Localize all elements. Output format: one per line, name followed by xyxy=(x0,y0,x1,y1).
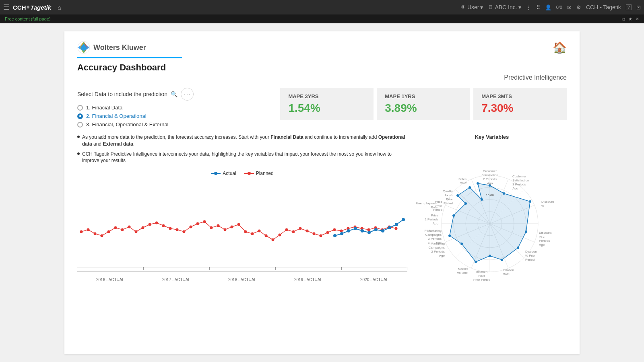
svg-text:Market: Market xyxy=(458,267,468,271)
mail-icon[interactable]: ✉ xyxy=(567,4,572,10)
svg-point-40 xyxy=(279,234,281,237)
logo-area: Wolters Kluwer Accuracy Dashboard xyxy=(77,41,182,73)
svg-point-61 xyxy=(354,227,357,230)
svg-point-32 xyxy=(224,228,227,231)
bullets-section: As you add more data to the prediction, … xyxy=(77,134,407,164)
svg-text:2 Periods: 2 Periods xyxy=(483,177,497,181)
chart-area: Actual Planned xyxy=(77,171,407,282)
mape-card-3mts: MAPE 3MTS 7.30% xyxy=(473,88,567,120)
mape-3mts-value: 7.30% xyxy=(481,102,559,115)
home-button[interactable]: 🏠 xyxy=(553,41,567,54)
key-variables-label: Key Variables xyxy=(415,134,568,140)
svg-point-13 xyxy=(94,232,97,235)
x-label-2016: 2016 - ACTUAL xyxy=(77,278,143,282)
more-options-button[interactable]: ··· xyxy=(181,88,194,101)
logo-top: Wolters Kluwer xyxy=(77,41,182,54)
logo-underline xyxy=(77,57,182,58)
three-dots-icon[interactable]: ⋮ xyxy=(526,4,531,10)
svg-text:Satisfaction: Satisfaction xyxy=(512,179,529,182)
expand-icon[interactable]: ⊡ xyxy=(636,4,641,10)
free-content-link[interactable]: Free content (full page) xyxy=(5,16,51,21)
radio-circle-2 xyxy=(77,113,83,119)
svg-point-46 xyxy=(320,234,322,237)
radio-group: 1. Finacial Data 2. Financial & Operatio… xyxy=(77,105,268,128)
search-icon[interactable]: 🔍 xyxy=(171,91,178,97)
svg-point-63 xyxy=(367,231,371,234)
home-nav-icon[interactable]: ⌂ xyxy=(58,4,61,11)
bullet-text-1: As you add more data to the prediction, … xyxy=(82,134,407,148)
monitor-company-btn[interactable]: 🖥 ABC Inc. ▾ xyxy=(488,4,521,10)
top-navigation: ☰ CCH® Tagetik ⌂ 👁 User ▾ 🖥 ABC Inc. ▾ ⋮… xyxy=(0,0,644,14)
svg-point-59 xyxy=(340,232,343,235)
svg-text:% 2: % 2 xyxy=(539,235,545,239)
svg-text:Discoun: Discoun xyxy=(525,250,537,253)
svg-text:Discount: Discount xyxy=(539,231,552,234)
grid-icon[interactable]: ⠿ xyxy=(536,4,540,10)
mape-3yrs-label: MAPE 3YRS xyxy=(288,93,365,99)
radio-option-2[interactable]: 2. Financial & Operational xyxy=(77,113,268,119)
svg-point-96 xyxy=(501,259,503,261)
svg-text:Rate: Rate xyxy=(503,272,510,276)
brand-reg: ® xyxy=(27,5,30,9)
radar-section: Key Variables xyxy=(415,134,568,304)
svg-point-45 xyxy=(313,232,316,235)
monitor-icon: 🖥 xyxy=(488,4,493,10)
user-label: User xyxy=(467,4,479,10)
svg-point-39 xyxy=(272,239,275,241)
radio-option-3[interactable]: 3. Financial, Operational & External xyxy=(77,121,268,128)
brand-cch: CCH xyxy=(13,4,26,11)
radio-label-1: 1. Finacial Data xyxy=(86,105,122,111)
line-chart-svg xyxy=(77,179,407,276)
svg-point-68 xyxy=(402,218,405,221)
svg-text:Period: Period xyxy=(444,202,453,205)
svg-point-105 xyxy=(481,198,483,201)
svg-text:Ago: Ago xyxy=(439,254,445,257)
cch-tagetik-link[interactable]: CCH - Tagetik xyxy=(586,4,621,10)
settings-icon[interactable]: ⚙ xyxy=(576,4,581,10)
left-section: As you add more data to the prediction, … xyxy=(77,134,407,304)
free-bar-right: ⧉ ★ ✕ xyxy=(622,16,639,22)
wolters-kluwer-logo-icon xyxy=(77,41,90,54)
svg-point-38 xyxy=(265,234,268,237)
svg-point-14 xyxy=(101,234,103,237)
svg-text:%: % xyxy=(541,204,544,208)
mape-section: MAPE 3YRS 1.54% MAPE 1YRS 3.89% MAPE 3MT… xyxy=(280,88,567,120)
svg-point-66 xyxy=(388,226,391,229)
svg-point-33 xyxy=(231,226,233,228)
star-icon[interactable]: ★ xyxy=(628,16,632,22)
svg-point-60 xyxy=(347,229,350,232)
main-area: Wolters Kluwer Accuracy Dashboard 🏠 Pred… xyxy=(0,23,644,362)
svg-point-94 xyxy=(525,230,527,233)
svg-point-4 xyxy=(248,172,251,175)
radio-label-2: 2. Financial & Operational xyxy=(86,113,147,119)
question-icon[interactable]: ? xyxy=(626,4,632,10)
eye-user-btn[interactable]: 👁 User ▾ xyxy=(460,4,483,10)
svg-point-57 xyxy=(395,227,398,230)
count-label: 0/0 xyxy=(556,5,562,10)
dashboard-card: Wolters Kluwer Accuracy Dashboard 🏠 Pred… xyxy=(64,31,580,354)
legend-actual: Actual xyxy=(211,171,236,176)
svg-text:Ago: Ago xyxy=(433,222,439,225)
mape-1yrs-label: MAPE 1YRS xyxy=(385,93,462,99)
page-icon[interactable]: ⧉ xyxy=(622,16,625,22)
radio-option-1[interactable]: 1. Finacial Data xyxy=(77,105,268,111)
svg-point-42 xyxy=(292,230,295,233)
svg-point-18 xyxy=(128,226,131,228)
close-icon[interactable]: ✕ xyxy=(636,16,639,22)
person-icon[interactable]: 👤 xyxy=(545,4,551,10)
hamburger-menu[interactable]: ☰ xyxy=(3,3,10,12)
svg-text:10.00: 10.00 xyxy=(486,193,494,197)
svg-point-93 xyxy=(529,200,531,203)
free-content-bar: Free content (full page) ⧉ ★ ✕ xyxy=(0,14,644,23)
predictive-intelligence-label: Predictive Intelligence xyxy=(504,74,567,81)
svg-text:Sales: Sales xyxy=(458,177,466,181)
svg-point-65 xyxy=(381,229,384,232)
svg-point-64 xyxy=(374,228,378,231)
svg-point-24 xyxy=(169,227,172,230)
svg-point-30 xyxy=(210,226,213,229)
company-label: ABC Inc. xyxy=(495,4,517,10)
svg-point-21 xyxy=(149,223,151,226)
svg-text:Volume: Volume xyxy=(457,271,468,275)
svg-point-53 xyxy=(367,228,370,231)
svg-text:3 Periods: 3 Periods xyxy=(428,237,442,241)
